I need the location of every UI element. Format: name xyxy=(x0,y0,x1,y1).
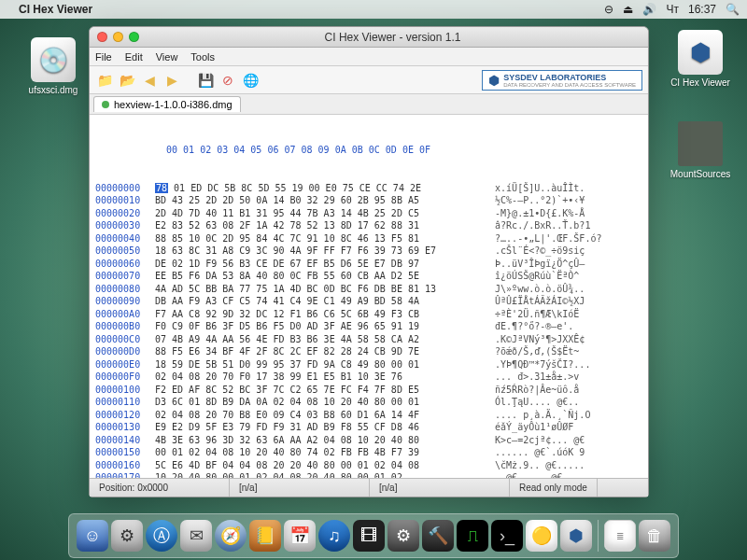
tab-bar: hexview-1-1.0.0-i386.dmg xyxy=(90,94,648,115)
dock-contacts-icon[interactable]: 📒 xyxy=(249,520,281,552)
dock-finder-icon[interactable]: ☺ xyxy=(77,520,108,552)
clock-day[interactable]: Чт xyxy=(666,3,679,16)
status-position: Position: 0x0000 xyxy=(90,479,230,497)
hex-row[interactable]: 000000A0F7 AA C8 92 9D 32 DC 12 F1 B6 C6… xyxy=(95,308,642,321)
hex-row[interactable]: 0000004088 85 10 0C 2D 95 84 4C 7C 91 10… xyxy=(95,232,642,245)
desktop-icon-label: CI Hex Viewer xyxy=(668,77,733,88)
dock-activity-icon[interactable]: ⎍ xyxy=(457,520,488,552)
menu-extra-icon[interactable]: ⏏ xyxy=(623,3,633,16)
dock-mail-icon[interactable]: ✉ xyxy=(180,520,212,552)
hex-column-header: 00 01 02 03 04 05 06 07 08 09 0A 0B 0C 0… xyxy=(95,144,642,157)
dock-safari-icon[interactable]: 🧭 xyxy=(215,520,247,552)
dock-itunes-icon[interactable]: ♫ xyxy=(318,520,350,552)
dock-trash-icon[interactable]: 🗑 xyxy=(639,520,670,552)
dock-sysprefs-icon[interactable]: ⚙ xyxy=(111,520,143,552)
hex-row[interactable]: 000000F002 04 08 20 70 F0 17 38 99 E1 E5… xyxy=(95,371,642,384)
status-field: [n/a] xyxy=(230,479,370,497)
hex-view[interactable]: 00 01 02 03 04 05 06 07 08 09 0A 0B 0C 0… xyxy=(90,115,648,478)
desktop-icon-folder[interactable]: MountSources xyxy=(668,121,733,179)
dock-photobooth-icon[interactable]: 🎞 xyxy=(353,520,385,552)
hex-row[interactable]: 000000202D 4D 7D 40 11 B1 31 95 44 7B A3… xyxy=(95,207,642,220)
hex-row[interactable]: 00000030E2 83 52 63 08 2F 1A 42 78 52 13… xyxy=(95,219,642,232)
hex-row[interactable]: 000000E018 59 DE 5B 51 D0 99 95 37 FD 9A… xyxy=(95,358,642,371)
menu-tools[interactable]: Tools xyxy=(190,51,215,63)
system-menubar: CI Hex Viewer ⊖ ⏏ 🔊 Чт 16:37 🔍 xyxy=(0,0,747,19)
hex-row[interactable]: 0000017010 20 40 80 00 01 02 04 08 20 40… xyxy=(95,471,642,478)
menubar-app-name[interactable]: CI Hex Viewer xyxy=(19,3,92,16)
dock-separator xyxy=(598,520,599,552)
hex-row[interactable]: 0000005018 63 8C 31 A8 C9 3C 90 4A 9F FF… xyxy=(95,245,642,258)
window-title: CI Hex Viewer - version 1.1 xyxy=(145,31,641,44)
save-icon[interactable]: 💾 xyxy=(196,71,215,90)
nav-forward-icon[interactable]: ▶ xyxy=(162,71,181,90)
desktop-icon-label: MountSources xyxy=(668,169,733,179)
logo-title: SYSDEV LABORATORIES xyxy=(503,73,606,82)
close-button[interactable] xyxy=(97,32,107,42)
statusbar: Position: 0x0000 [n/a] [n/a] Read only m… xyxy=(90,478,648,497)
app-menubar: File Edit View Tools xyxy=(90,48,648,66)
dock: ☺ ⚙ Ⓐ ✉ 🧭 📒 📅 ♫ 🎞 ⚙ 🔨 ⎍ ›_ 🟡 ⬢ ≣ 🗑 xyxy=(68,513,679,558)
hex-row[interactable]: 0000000078 01 ED DC 5B 8C 5D 55 19 00 E0… xyxy=(95,182,642,195)
tab-modified-dot-icon xyxy=(102,101,109,108)
open-disk-icon[interactable]: 📂 xyxy=(118,71,136,90)
dock-settings-icon[interactable]: ⚙ xyxy=(388,520,419,552)
cancel-icon[interactable]: ⊘ xyxy=(218,71,237,90)
dock-chrome-icon[interactable]: 🟡 xyxy=(526,520,557,552)
menu-extra-icon[interactable]: ⊖ xyxy=(604,3,613,16)
minimize-button[interactable] xyxy=(113,32,123,42)
web-icon[interactable]: 🌐 xyxy=(241,71,260,90)
hex-row[interactable]: 00000100F2 ED AF 8C 52 BC 3F 7C C2 65 7E… xyxy=(95,384,642,397)
spotlight-icon[interactable]: 🔍 xyxy=(726,3,740,16)
status-field: [n/a] xyxy=(370,479,510,497)
volume-icon[interactable]: 🔊 xyxy=(642,3,656,16)
hex-row[interactable]: 000000804A AD 5C BB BA 77 75 1A 4D BC 0D… xyxy=(95,283,642,296)
desktop-icon-label: ufsxsci.dmg xyxy=(21,85,86,95)
menu-file[interactable]: File xyxy=(95,51,112,63)
clock-time[interactable]: 16:37 xyxy=(688,3,716,16)
dock-terminal-icon[interactable]: ›_ xyxy=(491,520,523,552)
titlebar[interactable]: CI Hex Viewer - version 1.1 xyxy=(90,27,648,48)
hex-row[interactable]: 00000070EE B5 F6 DA 53 8A 40 80 0C FB 55… xyxy=(95,270,642,283)
hex-row[interactable]: 000000B0F0 C9 0F B6 3F D5 B6 F5 D0 AD 3F… xyxy=(95,320,642,333)
menu-view[interactable]: View xyxy=(156,51,178,63)
tab-label: hexview-1-1.0.0-i386.dmg xyxy=(114,99,233,110)
zoom-button[interactable] xyxy=(129,32,139,42)
hex-row[interactable]: 000000C007 4B A9 4A AA 56 4E FD B3 B6 3E… xyxy=(95,333,642,346)
app-window: CI Hex Viewer - version 1.1 File Edit Vi… xyxy=(89,26,649,497)
menu-edit[interactable]: Edit xyxy=(125,51,143,63)
status-mode: Read only mode xyxy=(510,479,598,497)
dock-appstore-icon[interactable]: Ⓐ xyxy=(146,520,177,552)
hex-row[interactable]: 00000090DB AA F9 A3 CF C5 74 41 C4 9E C1… xyxy=(95,295,642,308)
dock-calendar-icon[interactable]: 📅 xyxy=(284,520,316,552)
logo-subtitle: DATA RECOVERY AND DATA ACCESS SOFTWARE xyxy=(503,82,636,88)
hex-row[interactable]: 00000130E9 E2 D9 5F E3 79 FD F9 31 AD B9… xyxy=(95,421,642,434)
hex-row[interactable]: 00000110D3 6C 01 8D B9 DA 0A 02 04 08 10… xyxy=(95,396,642,409)
desktop-icon-dmg[interactable]: 💿 ufsxsci.dmg xyxy=(21,37,86,95)
hex-row[interactable]: 0000015000 01 02 04 08 10 20 40 80 74 02… xyxy=(95,446,642,459)
hex-row[interactable]: 00000060DE 02 1D F9 56 B3 CE DE 67 EF B5… xyxy=(95,258,642,271)
dock-minimized-window[interactable]: ≣ xyxy=(604,520,636,552)
dock-xcode-icon[interactable]: 🔨 xyxy=(422,520,454,552)
toolbar: 📁 📂 ◀ ▶ 💾 ⊘ 🌐 ⬢ SYSDEV LABORATORIESDATA … xyxy=(90,66,648,94)
dock-hexviewer-icon[interactable]: ⬢ xyxy=(560,520,592,552)
desktop-icon-app[interactable]: ⬢ CI Hex Viewer xyxy=(668,30,733,88)
hex-row[interactable]: 00000010BD 43 25 2D 2D 50 0A 14 B0 32 29… xyxy=(95,194,642,207)
file-tab[interactable]: hexview-1-1.0.0-i386.dmg xyxy=(93,96,241,112)
hex-row[interactable]: 000001404B 3E 63 96 3D 32 63 6A AA A2 04… xyxy=(95,434,642,447)
hex-row[interactable]: 0000012002 04 08 20 70 B8 E0 09 C4 03 B8… xyxy=(95,409,642,422)
open-folder-icon[interactable]: 📁 xyxy=(95,71,114,90)
nav-back-icon[interactable]: ◀ xyxy=(140,71,159,90)
hex-row[interactable]: 000000D088 F5 E6 34 BF 4F 2F 8C 2C EF 82… xyxy=(95,345,642,358)
hex-row[interactable]: 000001605C E6 4D BF 04 04 08 20 20 40 80… xyxy=(95,459,642,472)
brand-logo[interactable]: ⬢ SYSDEV LABORATORIESDATA RECOVERY AND D… xyxy=(482,70,642,91)
